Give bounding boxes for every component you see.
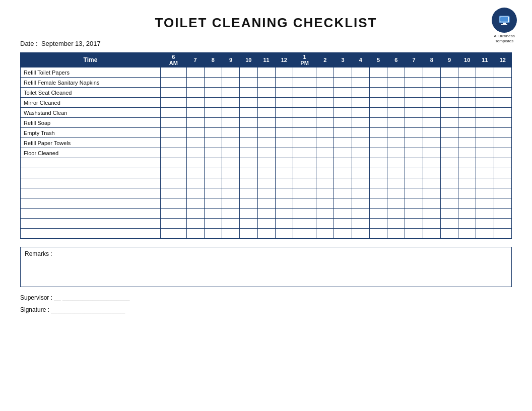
- data-cell[interactable]: [423, 188, 440, 198]
- data-cell[interactable]: [293, 88, 316, 98]
- data-cell[interactable]: [494, 178, 511, 188]
- data-cell[interactable]: [240, 138, 257, 148]
- data-cell[interactable]: [240, 78, 257, 88]
- data-cell[interactable]: [334, 209, 352, 219]
- data-cell[interactable]: [222, 78, 240, 88]
- data-cell[interactable]: [160, 229, 186, 239]
- data-cell[interactable]: [240, 209, 257, 219]
- data-cell[interactable]: [316, 108, 334, 118]
- data-cell[interactable]: [222, 158, 240, 168]
- data-cell[interactable]: [222, 108, 240, 118]
- data-cell[interactable]: [494, 118, 511, 128]
- data-cell[interactable]: [458, 188, 476, 198]
- data-cell[interactable]: [405, 209, 423, 219]
- data-cell[interactable]: [240, 128, 257, 138]
- data-cell[interactable]: [334, 108, 352, 118]
- data-cell[interactable]: [476, 158, 494, 168]
- data-cell[interactable]: [316, 188, 334, 198]
- data-cell[interactable]: [423, 148, 440, 158]
- data-cell[interactable]: [458, 148, 476, 158]
- data-cell[interactable]: [405, 138, 423, 148]
- data-cell[interactable]: [257, 118, 275, 128]
- data-cell[interactable]: [405, 67, 423, 78]
- data-cell[interactable]: [186, 198, 204, 209]
- data-cell[interactable]: [275, 158, 293, 168]
- data-cell[interactable]: [257, 78, 275, 88]
- data-cell[interactable]: [369, 158, 387, 168]
- data-cell[interactable]: [222, 168, 240, 178]
- data-cell[interactable]: [369, 128, 387, 138]
- data-cell[interactable]: [257, 128, 275, 138]
- data-cell[interactable]: [476, 118, 494, 128]
- data-cell[interactable]: [476, 168, 494, 178]
- data-cell[interactable]: [369, 219, 387, 229]
- data-cell[interactable]: [240, 188, 257, 198]
- data-cell[interactable]: [160, 188, 186, 198]
- data-cell[interactable]: [476, 88, 494, 98]
- data-cell[interactable]: [440, 219, 458, 229]
- data-cell[interactable]: [257, 198, 275, 209]
- data-cell[interactable]: [240, 219, 257, 229]
- data-cell[interactable]: [222, 118, 240, 128]
- data-cell[interactable]: [186, 148, 204, 158]
- data-cell[interactable]: [186, 188, 204, 198]
- data-cell[interactable]: [275, 98, 293, 108]
- data-cell[interactable]: [423, 158, 440, 168]
- data-cell[interactable]: [494, 198, 511, 209]
- data-cell[interactable]: [204, 168, 222, 178]
- data-cell[interactable]: [316, 78, 334, 88]
- data-cell[interactable]: [494, 128, 511, 138]
- data-cell[interactable]: [186, 219, 204, 229]
- data-cell[interactable]: [293, 188, 316, 198]
- data-cell[interactable]: [257, 67, 275, 78]
- data-cell[interactable]: [240, 229, 257, 239]
- data-cell[interactable]: [275, 219, 293, 229]
- data-cell[interactable]: [293, 148, 316, 158]
- data-cell[interactable]: [257, 98, 275, 108]
- data-cell[interactable]: [494, 219, 511, 229]
- data-cell[interactable]: [440, 98, 458, 108]
- data-cell[interactable]: [186, 178, 204, 188]
- data-cell[interactable]: [352, 178, 369, 188]
- data-cell[interactable]: [160, 178, 186, 188]
- data-cell[interactable]: [257, 168, 275, 178]
- data-cell[interactable]: [369, 229, 387, 239]
- data-cell[interactable]: [240, 108, 257, 118]
- data-cell[interactable]: [222, 178, 240, 188]
- data-cell[interactable]: [352, 148, 369, 158]
- data-cell[interactable]: [352, 209, 369, 219]
- data-cell[interactable]: [352, 229, 369, 239]
- data-cell[interactable]: [423, 118, 440, 128]
- data-cell[interactable]: [204, 198, 222, 209]
- data-cell[interactable]: [423, 108, 440, 118]
- data-cell[interactable]: [369, 108, 387, 118]
- data-cell[interactable]: [334, 198, 352, 209]
- data-cell[interactable]: [494, 98, 511, 108]
- data-cell[interactable]: [423, 67, 440, 78]
- data-cell[interactable]: [186, 128, 204, 138]
- data-cell[interactable]: [257, 148, 275, 158]
- data-cell[interactable]: [160, 209, 186, 219]
- data-cell[interactable]: [440, 148, 458, 158]
- data-cell[interactable]: [334, 118, 352, 128]
- data-cell[interactable]: [405, 118, 423, 128]
- data-cell[interactable]: [405, 148, 423, 158]
- data-cell[interactable]: [476, 67, 494, 78]
- data-cell[interactable]: [240, 148, 257, 158]
- data-cell[interactable]: [476, 188, 494, 198]
- data-cell[interactable]: [423, 88, 440, 98]
- data-cell[interactable]: [316, 229, 334, 239]
- data-cell[interactable]: [160, 219, 186, 229]
- data-cell[interactable]: [240, 118, 257, 128]
- data-cell[interactable]: [440, 118, 458, 128]
- data-cell[interactable]: [369, 198, 387, 209]
- data-cell[interactable]: [440, 198, 458, 209]
- data-cell[interactable]: [458, 229, 476, 239]
- data-cell[interactable]: [275, 138, 293, 148]
- data-cell[interactable]: [476, 138, 494, 148]
- data-cell[interactable]: [293, 209, 316, 219]
- data-cell[interactable]: [316, 168, 334, 178]
- data-cell[interactable]: [204, 188, 222, 198]
- data-cell[interactable]: [458, 98, 476, 108]
- data-cell[interactable]: [387, 128, 405, 138]
